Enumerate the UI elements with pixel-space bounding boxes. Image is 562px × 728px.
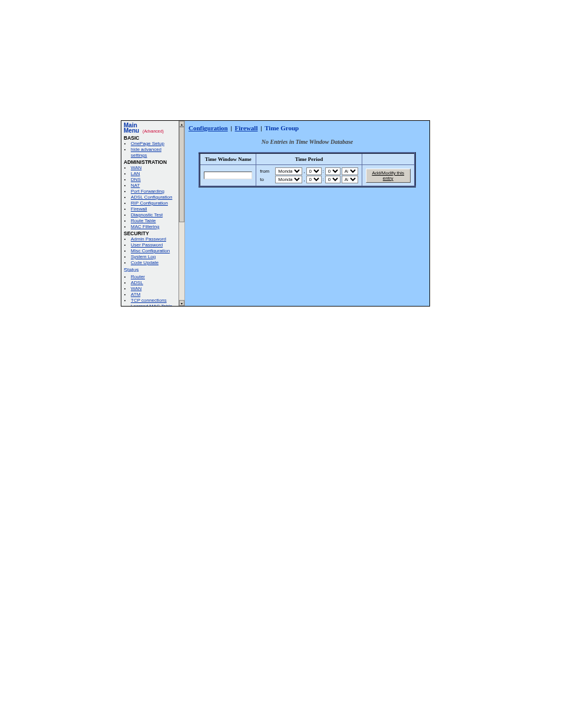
to-label: to xyxy=(260,177,274,182)
sidebar-column: Main Menu(Advanced) BASIC OnePage Setup … xyxy=(121,121,185,306)
th-time-period: Time Period xyxy=(256,153,362,165)
router-admin-window: Main Menu(Advanced) BASIC OnePage Setup … xyxy=(121,120,430,307)
breadcrumb-configuration[interactable]: Configuration xyxy=(189,124,228,131)
from-day-select[interactable]: Monday xyxy=(275,167,302,175)
sidebar-item-wan-status[interactable]: WAN xyxy=(131,286,141,291)
db-status-message: No Entries in Time Window Database xyxy=(189,139,426,145)
sidebar-item-onepage-setup[interactable]: OnePage Setup xyxy=(131,141,164,146)
sidebar-item-dns[interactable]: DNS xyxy=(131,177,141,182)
sidebar-item-rip-config[interactable]: RIP Configuration xyxy=(131,200,168,206)
from-row: from Monday , 01 : 00 AM xyxy=(260,167,358,175)
time-window-table: Time Window Name Time Period from Monday… xyxy=(199,152,415,187)
sidebar-item-adsl-status[interactable]: ADSL xyxy=(131,280,143,285)
sidebar-item-firewall[interactable]: Firewall xyxy=(131,206,147,212)
sidebar-item-diagnostic[interactable]: Diagnostic Test xyxy=(131,212,163,218)
from-ampm-select[interactable]: AM xyxy=(342,167,358,175)
sidebar: Main Menu(Advanced) BASIC OnePage Setup … xyxy=(121,121,178,306)
breadcrumb-sep: | xyxy=(230,124,232,131)
breadcrumb-time-group: Time Group xyxy=(265,124,299,131)
sidebar-item-port-forwarding[interactable]: Port Forwarding xyxy=(131,189,164,194)
sidebar-item-admin-password[interactable]: Admin Password xyxy=(131,236,166,242)
to-day-select[interactable]: Monday xyxy=(275,176,302,183)
sidebar-item-code-update[interactable]: Code Update xyxy=(131,260,158,265)
section-head-admin: ADMINISTRATION xyxy=(124,160,176,165)
to-row: to Monday , 01 : 00 AM xyxy=(260,176,358,183)
scroll-down-icon[interactable]: ▾ xyxy=(179,300,184,306)
to-hour-select[interactable]: 01 xyxy=(306,176,322,183)
sidebar-item-atm-status[interactable]: ATM xyxy=(131,292,140,297)
section-head-basic: BASIC xyxy=(124,136,176,141)
sidebar-item-hide-advanced[interactable]: hide advanced settings xyxy=(131,147,161,158)
from-hour-select[interactable]: 01 xyxy=(306,167,322,175)
th-action xyxy=(362,153,415,165)
sidebar-item-nat[interactable]: NAT xyxy=(131,183,140,188)
sidebar-item-router-status[interactable]: Router xyxy=(131,274,145,279)
main-menu-title: Main Menu(Advanced) xyxy=(124,123,176,134)
table-row: from Monday , 01 : 00 AM to Monday , xyxy=(200,165,415,187)
breadcrumb: Configuration | Firewall | Time Group xyxy=(189,124,426,131)
add-modify-button[interactable]: Add/Modify this entry xyxy=(366,169,411,183)
th-time-window-name: Time Window Name xyxy=(200,153,256,165)
sidebar-item-lan[interactable]: LAN xyxy=(131,171,140,176)
from-min-select[interactable]: 00 xyxy=(325,167,340,175)
menu-mode: (Advanced) xyxy=(143,129,164,133)
sidebar-item-learned-mac[interactable]: Learned MAC Table xyxy=(131,304,173,306)
breadcrumb-firewall[interactable]: Firewall xyxy=(235,124,258,131)
from-label: from xyxy=(260,169,274,174)
sidebar-item-wan[interactable]: WAN xyxy=(131,165,141,170)
to-ampm-select[interactable]: AM xyxy=(342,176,358,183)
sidebar-item-route-table[interactable]: Route Table xyxy=(131,218,156,223)
sidebar-item-mac-filtering[interactable]: MAC Filtering xyxy=(131,224,159,229)
scroll-track[interactable] xyxy=(179,127,184,300)
sidebar-item-system-log[interactable]: System Log xyxy=(131,254,156,259)
scroll-up-icon[interactable]: ▴ xyxy=(179,121,184,127)
breadcrumb-sep: | xyxy=(260,124,262,131)
sidebar-item-user-password[interactable]: User Password xyxy=(131,242,163,248)
sidebar-item-adsl-config[interactable]: ADSL Configuration xyxy=(131,195,172,200)
scroll-thumb[interactable] xyxy=(179,127,184,222)
section-head-status: Status xyxy=(124,268,176,273)
sidebar-item-tcp-conn[interactable]: TCP connections xyxy=(131,298,167,303)
sidebar-scrollbar[interactable]: ▴ ▾ xyxy=(178,121,184,306)
sidebar-item-misc-config[interactable]: Misc Configuration xyxy=(131,248,170,253)
time-window-name-input[interactable] xyxy=(204,172,252,179)
section-head-security: SECURITY xyxy=(124,231,176,236)
content-panel: Configuration | Firewall | Time Group No… xyxy=(185,121,429,306)
to-min-select[interactable]: 00 xyxy=(325,176,340,183)
